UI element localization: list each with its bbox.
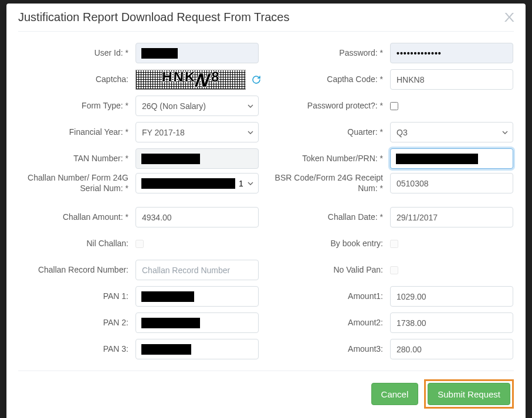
bsr-receipt-input[interactable] <box>390 173 513 193</box>
password-protect-label: Password protect?: * <box>273 101 390 111</box>
redaction <box>141 48 178 59</box>
token-number-label: Token Number/PRN: * <box>273 154 390 164</box>
amount3-label: Amount3: <box>273 344 390 355</box>
challan-serial-label: Challan Number/ Form 24G Serial Num: * <box>18 173 135 193</box>
amount1-label: Amount1: <box>273 291 390 302</box>
left-column: User Id: * Captcha: HNKN8 <box>18 40 261 362</box>
tan-number-label: TAN Number: * <box>18 154 135 164</box>
redaction <box>141 291 194 302</box>
form-type-select[interactable]: 26Q (Non Salary) <box>135 96 259 116</box>
by-book-label: By book entry: <box>273 239 390 249</box>
challan-record-num-input[interactable] <box>135 260 259 280</box>
quarter-select[interactable]: Q3 <box>390 122 513 142</box>
challan-date-label: Challan Date: * <box>273 212 390 223</box>
captcha-code-input[interactable] <box>390 69 513 90</box>
modal-dialog: Justification Report Download Request Fr… <box>6 4 526 418</box>
amount2-input[interactable] <box>390 312 513 333</box>
by-book-checkbox[interactable] <box>390 240 398 248</box>
password-protect-checkbox[interactable] <box>390 102 398 110</box>
nil-challan-label: Nil Challan: <box>18 239 135 249</box>
password-input[interactable] <box>390 43 513 63</box>
no-valid-pan-checkbox[interactable] <box>390 266 398 274</box>
pan1-label: PAN 1: <box>18 291 135 302</box>
captcha-image: HNKN8 <box>135 70 246 90</box>
form-body: User Id: * Captcha: HNKN8 <box>18 40 514 362</box>
right-column: Password: * Captha Code: * Password prot… <box>273 40 514 362</box>
quarter-label: Quarter: * <box>273 127 390 138</box>
nil-challan-checkbox[interactable] <box>135 240 144 248</box>
captcha-label: Captcha: <box>18 74 135 85</box>
redaction <box>396 154 478 164</box>
redaction <box>141 318 200 328</box>
financial-year-select[interactable]: FY 2017-18 <box>135 122 259 142</box>
refresh-captcha-icon[interactable] <box>252 75 261 84</box>
challan-amount-label: Challan Amount: * <box>18 212 135 223</box>
password-label: Password: * <box>273 48 390 59</box>
user-id-label: User Id: * <box>18 48 135 59</box>
captcha-text: HNKN8 <box>161 70 220 89</box>
captcha-code-label: Captha Code: * <box>273 74 390 85</box>
redaction <box>141 178 235 189</box>
modal-header: Justification Report Download Request Fr… <box>18 11 514 32</box>
bsr-receipt-label: BSR Code/Form 24G Receipt Num: * <box>273 173 390 193</box>
pan2-label: PAN 2: <box>18 318 135 328</box>
challan-record-num-label: Challan Record Number: <box>18 265 135 276</box>
modal-footer: Cancel Submit Request <box>18 371 514 409</box>
pan3-label: PAN 3: <box>18 344 135 355</box>
modal-title: Justification Report Download Request Fr… <box>18 11 289 24</box>
no-valid-pan-label: No Valid Pan: <box>273 265 390 276</box>
amount2-label: Amount2: <box>273 318 390 328</box>
submit-request-button[interactable]: Submit Request <box>428 383 510 405</box>
redaction <box>141 154 200 164</box>
redaction <box>141 344 191 355</box>
challan-date-input[interactable] <box>390 207 513 227</box>
submit-highlight: Submit Request <box>424 379 514 409</box>
amount3-input[interactable] <box>390 339 513 359</box>
cancel-button[interactable]: Cancel <box>371 383 419 405</box>
financial-year-label: Financial Year: * <box>18 127 135 138</box>
form-type-label: Form Type: * <box>18 101 135 111</box>
challan-amount-input[interactable] <box>135 207 259 227</box>
amount1-input[interactable] <box>390 286 513 307</box>
close-icon[interactable]: X <box>504 11 515 24</box>
